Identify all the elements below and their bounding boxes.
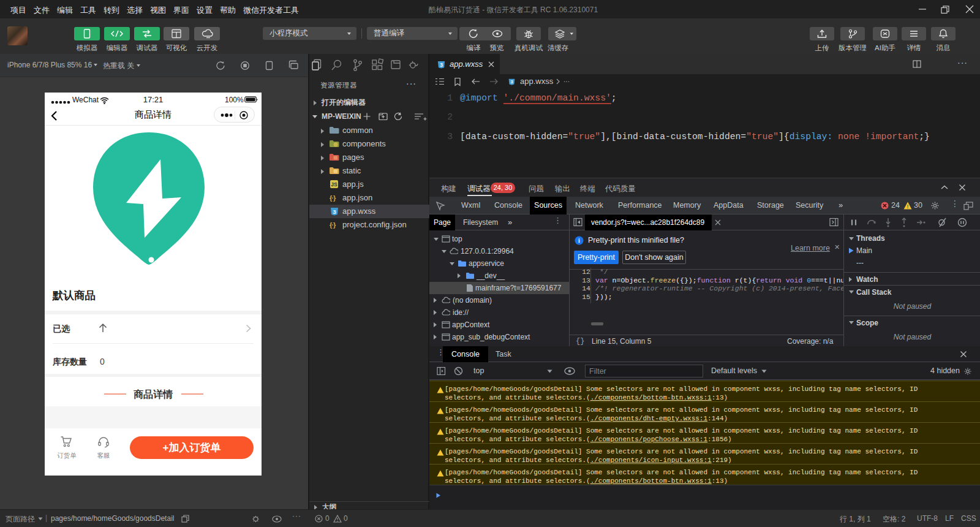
svg-text:!: ! [907,203,909,210]
svg-text:3: 3 [333,209,336,215]
svg-text:i: i [578,237,580,244]
svg-text:3: 3 [510,79,513,85]
svg-text:JS: JS [331,181,337,188]
svg-text:3: 3 [440,62,443,68]
